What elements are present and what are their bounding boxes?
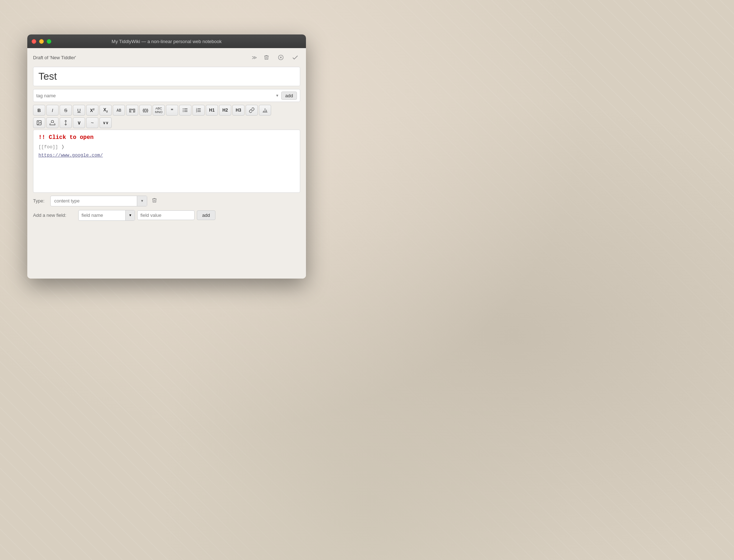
image-icon [36, 120, 42, 126]
svg-rect-4 [184, 108, 187, 109]
h3-button[interactable]: H3 [232, 105, 245, 116]
svg-rect-6 [184, 110, 187, 111]
maximize-button[interactable] [47, 39, 51, 44]
delete-button[interactable] [261, 52, 271, 62]
external-link[interactable]: https://www.google.com/ [38, 153, 103, 158]
title-input[interactable] [33, 67, 300, 86]
title-input-container [33, 67, 300, 86]
draft-header: Draft of 'New Tiddler' ≫ [27, 48, 306, 65]
underline-button[interactable]: U [73, 105, 85, 116]
field-value-input[interactable] [137, 210, 195, 220]
app-window: My TiddlyWiki — a non-linear personal we… [27, 34, 306, 279]
type-row: Type: ▾ [33, 196, 300, 206]
numbered-list-button[interactable]: 1 2 3 [192, 105, 205, 116]
cancel-icon [278, 55, 284, 60]
superscript-button[interactable]: X2 [86, 105, 98, 116]
traffic-lights [32, 39, 51, 44]
confirm-icon [292, 55, 298, 60]
fold-button[interactable]: ≫ [252, 55, 257, 60]
editor-content-area[interactable]: !! Click to open [[foo]] 〉 https://www.g… [33, 130, 300, 193]
trash-icon [264, 55, 269, 60]
bullet-list-button[interactable] [179, 105, 191, 116]
link-button[interactable] [246, 105, 258, 116]
strikethrough-button[interactable]: S [60, 105, 72, 116]
field-name-wrapper: ▾ [78, 210, 135, 221]
confirm-button[interactable] [290, 52, 300, 62]
link-icon [249, 107, 255, 113]
cursor-indicator: 〉 [62, 144, 64, 150]
tag-input[interactable] [36, 93, 273, 98]
tag-add-button[interactable]: add [281, 92, 297, 100]
vertical-arrows-icon [63, 120, 69, 126]
vertical-arrows-button[interactable] [60, 117, 72, 128]
numbered-list-icon: 1 2 3 [196, 107, 201, 113]
quote-button[interactable]: " [166, 105, 178, 116]
content-body: [[foo]] 〉 [38, 144, 295, 150]
chevron-more-button[interactable]: ∨∨ [99, 117, 112, 128]
draft-actions: ≫ [252, 52, 300, 62]
subscript-label: X2 [103, 107, 108, 113]
draft-label: Draft of 'New Tiddler' [33, 55, 76, 60]
wikilink-button[interactable]: [[*]] [126, 105, 138, 116]
chart-button[interactable] [259, 105, 271, 116]
italic-button[interactable]: I [46, 105, 59, 116]
tilde-button[interactable]: ~ [86, 117, 98, 128]
chart-icon [262, 107, 268, 113]
toolbar-row-2: ∨ ~ ∨∨ [33, 117, 300, 128]
minimize-button[interactable] [39, 39, 44, 44]
window-title: My TiddlyWiki — a non-linear personal we… [112, 39, 222, 44]
h1-button[interactable]: H1 [206, 105, 218, 116]
tag-dropdown-icon[interactable]: ▾ [276, 93, 278, 98]
macro-button[interactable]: {{}} [139, 105, 152, 116]
toolbar-row-1: B I S U X2 X2 AB [[*]] [33, 105, 300, 116]
type-input-wrapper: ▾ [50, 196, 147, 206]
svg-rect-14 [198, 111, 201, 112]
content-heading: !! Click to open [38, 134, 295, 141]
svg-point-20 [38, 122, 39, 122]
field-name-input[interactable] [79, 211, 125, 220]
type-label: Type: [33, 198, 47, 204]
add-field-label: Add a new field: [33, 213, 76, 218]
svg-rect-3 [183, 108, 184, 109]
content-url: https://www.google.com/ [38, 153, 295, 158]
svg-rect-10 [198, 108, 201, 109]
window-content: Draft of 'New Tiddler' ≫ [27, 48, 306, 279]
internal-link[interactable]: [[foo]] [38, 144, 58, 150]
subscript-button[interactable]: X2 [99, 105, 112, 116]
type-trash-icon [152, 197, 157, 203]
tag-input-row: ▾ add [33, 89, 300, 102]
svg-rect-7 [183, 111, 184, 112]
svg-rect-5 [183, 110, 184, 111]
editor-toolbar: B I S U X2 X2 AB [[*]] [33, 105, 300, 128]
field-name-dropdown-button[interactable]: ▾ [125, 210, 135, 220]
svg-rect-8 [184, 111, 187, 112]
close-button[interactable] [32, 39, 36, 44]
type-delete-button[interactable] [152, 197, 157, 205]
chevron-down-button[interactable]: ∨ [73, 117, 85, 128]
svg-rect-12 [198, 110, 201, 111]
svg-text:3: 3 [196, 111, 197, 113]
add-field-row: Add a new field: ▾ add [33, 210, 300, 221]
image-button[interactable] [33, 117, 45, 128]
bottom-area [27, 225, 306, 279]
titlebar: My TiddlyWiki — a non-linear personal we… [27, 34, 306, 48]
abc-button[interactable]: ABCMNO [153, 105, 165, 116]
field-add-button[interactable]: add [197, 210, 215, 220]
h2-button[interactable]: H2 [219, 105, 231, 116]
type-dropdown-button[interactable]: ▾ [137, 196, 147, 206]
stamp-icon [50, 120, 55, 126]
tiddler-editor: Draft of 'New Tiddler' ≫ [27, 48, 306, 279]
bullet-list-icon [182, 107, 188, 113]
stamp-button[interactable] [46, 117, 59, 128]
bold-button[interactable]: B [33, 105, 45, 116]
mono-button[interactable]: AB [113, 105, 125, 116]
cancel-button[interactable] [276, 52, 286, 62]
type-input[interactable] [51, 196, 137, 205]
superscript-label: X2 [90, 108, 94, 113]
